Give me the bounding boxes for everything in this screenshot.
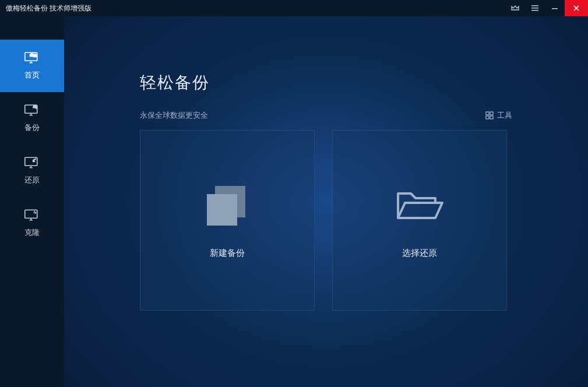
svg-rect-8 — [486, 112, 489, 115]
backup-monitor-icon — [24, 104, 40, 117]
svg-rect-1 — [531, 8, 538, 9]
card-restore[interactable]: 选择还原 — [332, 130, 507, 311]
clone-monitor-icon — [24, 209, 40, 221]
svg-rect-10 — [486, 116, 489, 119]
tools-link[interactable]: 工具 — [485, 110, 512, 121]
card-label: 新建备份 — [210, 248, 245, 259]
home-monitor-icon — [24, 51, 40, 64]
svg-rect-2 — [531, 10, 538, 11]
sidebar-item-clone[interactable]: 克隆 — [0, 197, 64, 249]
sidebar-item-label: 备份 — [24, 122, 40, 133]
card-label: 选择还原 — [402, 248, 437, 259]
sidebar-item-home[interactable]: 首页 — [0, 40, 64, 92]
grid-icon — [485, 111, 494, 119]
card-new-backup[interactable]: 新建备份 — [140, 130, 315, 311]
sidebar-item-label: 克隆 — [24, 227, 40, 238]
sidebar-item-label: 首页 — [24, 70, 40, 80]
svg-rect-9 — [490, 112, 493, 115]
main-area: 轻松备份 永保全球数据更安全 工具 — [64, 16, 588, 387]
stack-icon — [201, 182, 253, 229]
sidebar: 首页 备份 还原 — [0, 16, 64, 387]
page-title: 轻松备份 — [140, 72, 512, 94]
page-subtitle: 永保全球数据更安全 — [140, 110, 208, 121]
svg-rect-13 — [207, 194, 237, 226]
restore-monitor-icon — [24, 156, 40, 169]
folder-open-icon — [393, 185, 446, 226]
titlebar: 傲梅轻松备份 技术师增强版 — [0, 0, 588, 16]
svg-rect-11 — [490, 116, 493, 119]
tools-label: 工具 — [497, 110, 512, 121]
crown-icon[interactable] — [505, 0, 525, 16]
svg-rect-3 — [552, 8, 558, 9]
app-title: 傲梅轻松备份 技术师增强版 — [6, 3, 91, 13]
close-button[interactable] — [565, 0, 588, 16]
sidebar-item-label: 还原 — [24, 175, 40, 185]
sidebar-item-restore[interactable]: 还原 — [0, 145, 64, 197]
svg-rect-7 — [25, 210, 37, 218]
svg-rect-0 — [531, 5, 538, 6]
menu-icon[interactable] — [525, 0, 545, 16]
sidebar-item-backup[interactable]: 备份 — [0, 92, 64, 145]
minimize-button[interactable] — [545, 0, 565, 16]
